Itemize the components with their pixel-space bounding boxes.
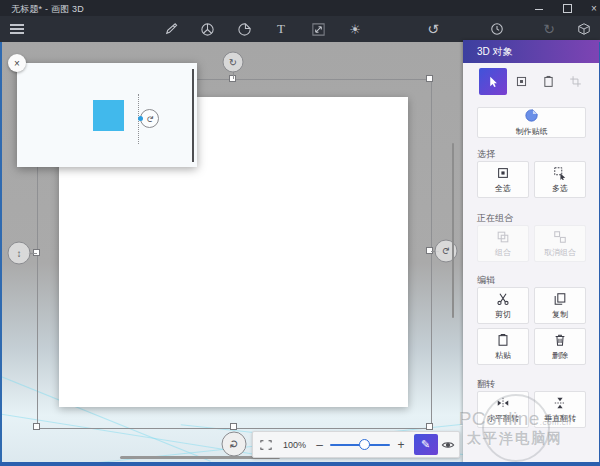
section-label-edit: 编辑 xyxy=(477,274,495,287)
window-title: 无标题* - 画图 3D xyxy=(11,3,84,16)
close-icon: × xyxy=(14,58,20,69)
ungroup-button[interactable]: 取消组合 xyxy=(534,225,586,262)
make-sticker-button[interactable]: 制作贴纸 xyxy=(477,107,586,138)
stickers-tool-button[interactable] xyxy=(236,21,252,37)
fit-to-screen-button[interactable] xyxy=(253,432,278,457)
preview-close-button[interactable]: × xyxy=(8,54,26,72)
delete-button[interactable]: 删除 xyxy=(534,328,586,365)
rotate-x-icon: ↕ xyxy=(17,248,22,259)
close-icon: × xyxy=(591,3,597,14)
effects-tool-button[interactable]: ☀ xyxy=(347,21,363,37)
rotate-y-handle[interactable]: ↻ xyxy=(435,240,458,263)
toolbar: T ☀ ↺ ↻ xyxy=(0,16,600,43)
resize-handle-top-right[interactable] xyxy=(426,75,433,82)
minimize-button[interactable] xyxy=(527,0,551,16)
sticker-icon xyxy=(524,108,539,123)
history-button[interactable] xyxy=(489,21,505,37)
flip-vertical-label: 垂直翻转 xyxy=(544,413,576,424)
flip-vertical-button[interactable]: 垂直翻转 xyxy=(534,391,586,428)
tab-crop[interactable] xyxy=(561,68,589,95)
tab-select-cursor[interactable] xyxy=(479,68,507,95)
maximize-button[interactable] xyxy=(555,0,579,16)
sticker-preview-panel: × ↻ xyxy=(17,63,197,167)
copy-label: 复制 xyxy=(552,309,568,320)
rotate-x-handle[interactable]: ↕ xyxy=(8,242,31,265)
ungroup-label: 取消组合 xyxy=(544,247,576,258)
section-label-flip: 翻转 xyxy=(477,378,495,391)
cut-icon xyxy=(496,292,510,306)
remix-3d-button[interactable] xyxy=(576,21,592,37)
redo-icon: ↻ xyxy=(543,21,555,37)
select-all-button[interactable]: 全选 xyxy=(477,161,529,198)
resize-handle-bottom-left[interactable] xyxy=(33,423,40,430)
zoom-in-button[interactable]: + xyxy=(392,438,409,452)
section-label-select: 选择 xyxy=(477,148,495,161)
menu-button[interactable] xyxy=(10,24,24,34)
paste-button[interactable]: 粘贴 xyxy=(477,328,529,365)
titlebar: 无标题* - 画图 3D × xyxy=(0,0,600,16)
maximize-icon xyxy=(563,4,572,13)
crop-icon xyxy=(569,75,582,88)
zoom-slider[interactable] xyxy=(330,444,390,446)
undo-icon: ↺ xyxy=(427,21,439,37)
view-mode-button[interactable] xyxy=(438,434,459,455)
flip-horizontal-button[interactable]: 水平翻转 xyxy=(477,391,529,428)
make-sticker-label: 制作贴纸 xyxy=(516,126,548,137)
text-tool-button[interactable]: T xyxy=(273,21,289,37)
panel-title: 3D 对象 xyxy=(477,45,513,59)
zoom-out-button[interactable]: – xyxy=(311,438,328,452)
select-all-icon xyxy=(515,75,528,88)
3d-shapes-tool-button[interactable] xyxy=(199,21,215,37)
vertical-scrollbar[interactable] xyxy=(452,143,454,318)
text-icon: T xyxy=(277,21,285,37)
cut-label: 剪切 xyxy=(495,309,511,320)
select-all-label: 全选 xyxy=(495,183,511,194)
cut-button[interactable]: 剪切 xyxy=(477,287,529,324)
rotate-icon: ↻ xyxy=(228,439,241,448)
plus-icon: + xyxy=(397,438,404,452)
draw-mode-button[interactable]: ✎ xyxy=(414,434,438,455)
redo-button[interactable]: ↻ xyxy=(541,21,557,37)
undo-button[interactable]: ↺ xyxy=(425,21,441,37)
flip-vertical-icon xyxy=(553,396,567,410)
copy-icon xyxy=(553,292,567,306)
effects-icon: ☀ xyxy=(349,22,361,37)
rotate-y-icon: ↻ xyxy=(440,247,451,255)
multi-select-icon xyxy=(553,166,567,180)
resize-handle-bottom[interactable] xyxy=(230,423,237,430)
remix-3d-icon xyxy=(577,22,591,36)
canvas-icon xyxy=(311,22,326,37)
canvas-tool-button[interactable] xyxy=(310,21,326,37)
rotate-z-icon: ↻ xyxy=(229,57,237,68)
panel-tool-tabs xyxy=(463,67,600,97)
zoom-toolbar: 100% – + ✎ xyxy=(252,431,460,458)
select-all-icon xyxy=(496,166,510,180)
resize-handle-bottom-right[interactable] xyxy=(426,423,433,430)
ungroup-icon xyxy=(553,230,567,244)
copy-button[interactable]: 复制 xyxy=(534,287,586,324)
blue-square-object[interactable] xyxy=(93,100,124,131)
window-border-bottom xyxy=(0,462,600,466)
preview-rotate-handle[interactable]: ↻ xyxy=(140,109,159,128)
tab-select-all[interactable] xyxy=(507,68,535,95)
group-button[interactable]: 组合 xyxy=(477,225,529,262)
rotate-z-handle[interactable]: ↻ xyxy=(223,52,244,73)
paste-label: 粘贴 xyxy=(495,350,511,361)
history-icon xyxy=(490,22,504,36)
zoom-level-value: 100% xyxy=(278,440,311,450)
clipboard-icon xyxy=(542,75,555,88)
close-button[interactable]: × xyxy=(582,0,600,16)
canvas-rotate-handle[interactable]: ↻ xyxy=(222,432,247,457)
multi-select-button[interactable]: 多选 xyxy=(534,161,586,198)
stickers-icon xyxy=(237,22,252,37)
brush-icon xyxy=(163,22,178,37)
paint3d-window: 无标题* - 画图 3D × T ☀ ↺ ↻ xyxy=(0,0,600,466)
brush-tool-button[interactable] xyxy=(162,21,178,37)
cursor-icon xyxy=(487,75,500,88)
group-icon xyxy=(496,230,510,244)
tab-paste[interactable] xyxy=(534,68,562,95)
3d-objects-panel: 3D 对象 制作贴纸 选择 全选 xyxy=(463,40,600,466)
zoom-slider-thumb[interactable] xyxy=(359,439,370,450)
preview-canvas-edge xyxy=(192,69,194,162)
fit-to-screen-icon xyxy=(259,439,273,451)
